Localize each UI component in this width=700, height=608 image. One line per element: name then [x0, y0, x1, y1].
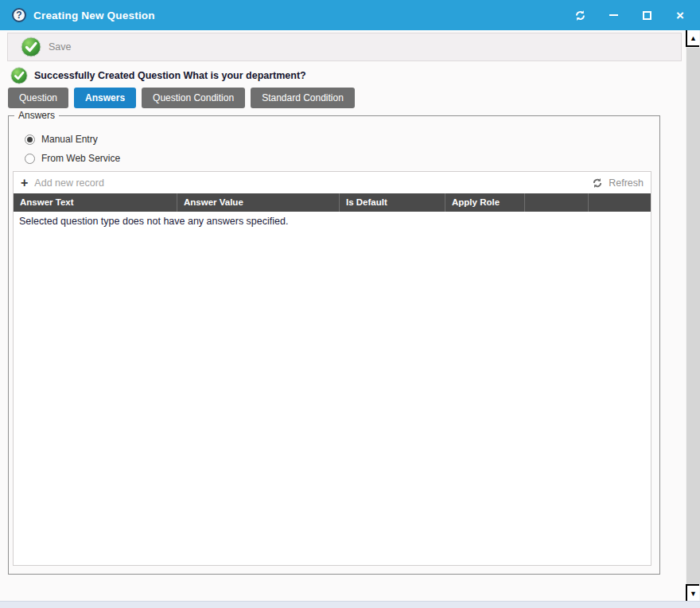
help-glyph: ?	[16, 10, 21, 21]
window-title: Creating New Question	[33, 10, 155, 21]
refresh-arrows-icon	[592, 177, 603, 189]
tab-strip: Question Answers Question Condition Stan…	[8, 88, 355, 108]
column-header-is-default[interactable]: Is Default	[340, 193, 445, 212]
answers-groupbox: Answers Manual Entry From Web Service + …	[8, 115, 660, 575]
grid-toolbar: + Add new record Refresh	[14, 172, 651, 193]
main-toolbar: Save	[7, 33, 682, 61]
radio-from-web-service[interactable]: From Web Service	[25, 153, 120, 164]
grid-empty-message: Selected question type does not have any…	[14, 212, 651, 231]
window-bottom-edge	[0, 601, 700, 608]
vertical-scrollbar[interactable]: ▲ ▼	[686, 30, 700, 601]
save-label: Save	[49, 41, 72, 53]
column-header-answer-value[interactable]: Answer Value	[177, 193, 340, 212]
titlebar-refresh-button[interactable]	[571, 6, 589, 24]
grid-body: Selected question type does not have any…	[14, 212, 651, 565]
titlebar: ? Creating New Question	[0, 0, 700, 30]
minimize-button[interactable]	[605, 6, 622, 24]
radio-selected-icon	[25, 134, 35, 145]
triangle-down-icon: ▼	[690, 590, 697, 598]
scroll-up-button[interactable]: ▲	[686, 30, 699, 47]
save-button[interactable]: Save	[14, 35, 78, 59]
minimize-dash-icon	[609, 14, 618, 16]
column-header-answer-text[interactable]: Answer Text	[14, 193, 177, 212]
answer-source-radios: Manual Entry From Web Service	[25, 134, 120, 164]
grid-refresh-button[interactable]: Refresh	[592, 177, 644, 189]
plus-icon: +	[21, 177, 28, 189]
creating-new-question-dialog: ? Creating New Question	[0, 0, 700, 608]
close-button[interactable]: ×	[671, 6, 689, 24]
success-check-icon	[10, 67, 28, 84]
scrollbar-track[interactable]	[686, 48, 700, 584]
add-new-record-button[interactable]: + Add new record	[21, 177, 104, 189]
answers-groupbox-legend: Answers	[14, 110, 59, 121]
add-new-record-label: Add new record	[34, 177, 104, 189]
radio-manual-entry[interactable]: Manual Entry	[25, 134, 120, 145]
column-header-apply-role[interactable]: Apply Role	[445, 193, 525, 212]
refresh-arrows-icon	[574, 10, 586, 21]
save-check-icon	[21, 37, 41, 57]
radio-unselected-icon	[25, 154, 35, 164]
column-header-empty-2	[589, 193, 651, 212]
radio-manual-entry-label: Manual Entry	[41, 134, 98, 145]
tab-question[interactable]: Question	[8, 88, 68, 108]
grid-refresh-label: Refresh	[609, 177, 644, 189]
radio-from-web-service-label: From Web Service	[41, 153, 120, 164]
maximize-square-icon	[643, 11, 651, 20]
tab-answers[interactable]: Answers	[74, 88, 136, 108]
grid-header-row: Answer Text Answer Value Is Default Appl…	[14, 193, 651, 212]
status-message: Successfully Created Question What is yo…	[34, 70, 306, 81]
status-message-row: Successfully Created Question What is yo…	[10, 67, 306, 84]
tab-standard-condition[interactable]: Standard Condition	[251, 88, 355, 108]
help-icon[interactable]: ?	[12, 8, 26, 22]
window-controls: ×	[571, 6, 689, 24]
maximize-button[interactable]	[638, 6, 655, 24]
scroll-down-button[interactable]: ▼	[686, 584, 699, 601]
column-header-empty-1	[525, 193, 589, 212]
tab-question-condition[interactable]: Question Condition	[142, 88, 245, 108]
answers-grid: + Add new record Refresh	[13, 171, 651, 566]
close-x-icon: ×	[676, 9, 684, 22]
triangle-up-icon: ▲	[690, 34, 697, 42]
